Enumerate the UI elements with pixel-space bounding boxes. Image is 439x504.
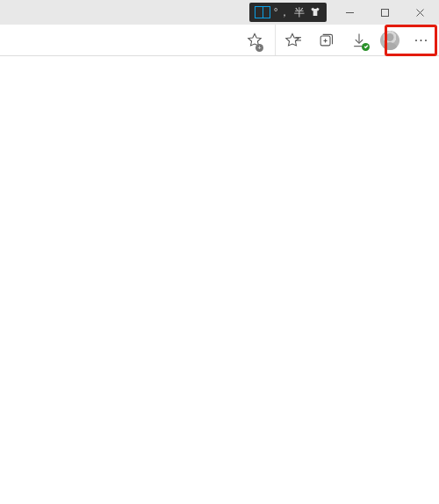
- bookmark-star-button[interactable]: +: [241, 25, 268, 56]
- downloads-button[interactable]: [342, 25, 376, 56]
- collections-button[interactable]: [309, 25, 342, 56]
- minimize-button[interactable]: [332, 0, 367, 25]
- browser-toolbar: + ···: [0, 25, 439, 56]
- more-button[interactable]: ···: [404, 25, 439, 56]
- title-bar: °， 半: [0, 0, 439, 25]
- more-dots-icon: ···: [414, 32, 428, 48]
- download-complete-icon: [362, 43, 370, 51]
- maximize-button[interactable]: [367, 0, 402, 25]
- svg-rect-1: [381, 9, 388, 16]
- close-button[interactable]: [402, 0, 437, 25]
- favorites-button[interactable]: [276, 25, 309, 56]
- ime-mode-text: °， 半: [274, 5, 306, 20]
- address-bar-area[interactable]: +: [0, 25, 276, 55]
- avatar-icon: [380, 31, 399, 50]
- profile-button[interactable]: [376, 25, 404, 56]
- keyboard-icon: [255, 6, 270, 18]
- ime-indicator[interactable]: °， 半: [249, 3, 327, 22]
- page-content: [0, 56, 439, 504]
- star-add-badge-icon: +: [255, 44, 263, 52]
- shirt-icon: [309, 6, 321, 18]
